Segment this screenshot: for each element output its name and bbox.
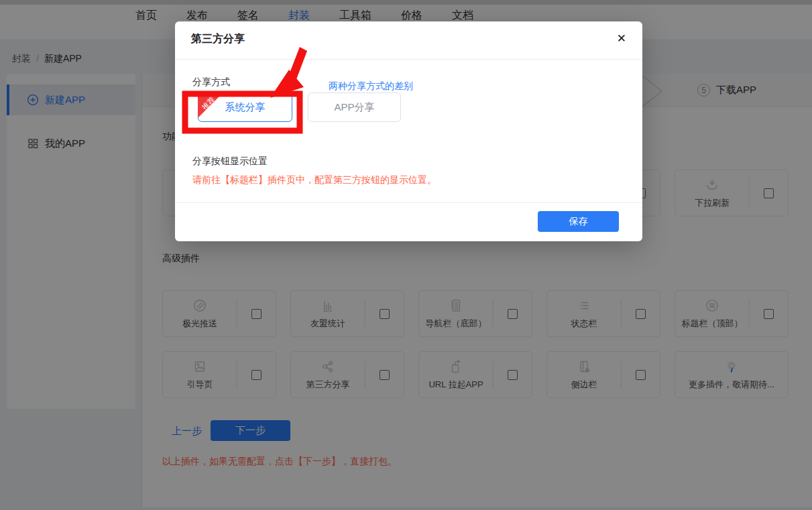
third-party-share-modal: 第三方分享 ✕ 分享方式 两种分享方式的差别 推荐 系统分享 APP分享 分享按… xyxy=(175,21,642,241)
app-share-option[interactable]: APP分享 xyxy=(308,92,401,122)
recommend-ribbon: 推荐 xyxy=(198,92,223,118)
modal-header-divider xyxy=(175,59,642,60)
option-label: APP分享 xyxy=(334,101,374,114)
system-share-option[interactable]: 推荐 系统分享 xyxy=(198,92,292,122)
option-label: 系统分享 xyxy=(225,101,266,114)
difference-link[interactable]: 两种分享方式的差别 xyxy=(329,80,413,92)
close-icon[interactable]: ✕ xyxy=(617,31,626,46)
page: 首页 发布 签名 封装 工具箱 价格 文档 封装/新建APP 新建APP 我的A… xyxy=(0,0,812,510)
button-position-note: 请前往【标题栏】插件页中，配置第三方按钮的显示位置。 xyxy=(192,174,437,186)
save-button[interactable]: 保存 xyxy=(538,211,619,232)
button-position-label: 分享按钮显示位置 xyxy=(192,155,268,168)
modal-footer-divider xyxy=(175,202,642,203)
share-method-label: 分享方式 xyxy=(192,76,230,88)
modal-title: 第三方分享 xyxy=(191,32,245,46)
